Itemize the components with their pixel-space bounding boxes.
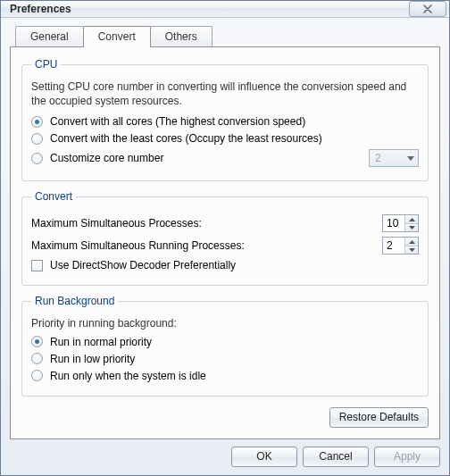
restore-defaults-button[interactable]: Restore Defaults [329, 407, 429, 428]
cpu-option-least[interactable]: Convert with the least cores (Occupy the… [31, 132, 419, 145]
cpu-option-all[interactable]: Convert with all cores (The highest conv… [31, 115, 419, 128]
group-cpu-legend: CPU [31, 58, 61, 71]
tabs: General Convert Others [10, 25, 440, 46]
cpu-option-custom[interactable]: Customize core number [31, 152, 369, 164]
preferences-window: Preferences General Convert Others CPU S… [0, 0, 450, 476]
cpu-option-least-label: Convert with the least cores (Occupy the… [50, 132, 322, 145]
dialog-buttons: OK Cancel Apply [10, 439, 440, 467]
ok-button[interactable]: OK [231, 447, 297, 467]
cancel-button[interactable]: Cancel [303, 447, 369, 467]
group-convert: Convert Maximum Simultaneous Processes: … [21, 190, 429, 286]
tab-others[interactable]: Others [150, 26, 212, 46]
tab-convert[interactable]: Convert [83, 26, 151, 47]
max-run-value: 2 [383, 238, 404, 254]
tab-general[interactable]: General [15, 26, 84, 46]
cpu-core-combo[interactable]: 2 [369, 149, 419, 167]
max-proc-value: 10 [383, 215, 404, 231]
close-icon [422, 4, 433, 13]
spin-up-button[interactable] [405, 238, 418, 246]
apply-button[interactable]: Apply [374, 447, 440, 467]
close-button[interactable] [409, 1, 446, 17]
group-convert-legend: Convert [31, 190, 76, 203]
spinner [404, 238, 418, 254]
radio-icon [31, 153, 43, 164]
max-run-input[interactable]: 2 [382, 237, 419, 255]
spin-down-button[interactable] [405, 223, 418, 232]
tab-panel-convert: CPU Setting CPU core number in convertin… [10, 46, 440, 439]
group-runbg-legend: Run Background [31, 295, 118, 307]
cpu-option-custom-label: Customize core number [50, 152, 163, 164]
group-cpu: CPU Setting CPU core number in convertin… [21, 58, 429, 181]
directshow-checkbox[interactable]: Use DirectShow Decoder Preferentially [31, 259, 419, 271]
directshow-label: Use DirectShow Decoder Preferentially [50, 259, 236, 271]
client-area: General Convert Others CPU Setting CPU c… [1, 18, 449, 476]
max-proc-label: Maximum Simultaneous Processes: [31, 217, 382, 230]
radio-icon [31, 133, 43, 145]
runbg-option-idle-label: Run only when the system is idle [50, 370, 206, 382]
radio-icon [31, 336, 43, 347]
cpu-description: Setting CPU core number in converting wi… [31, 79, 419, 108]
max-proc-input[interactable]: 10 [382, 214, 419, 232]
checkbox-icon [31, 260, 43, 271]
spin-down-button[interactable] [405, 246, 418, 255]
runbg-heading: Priority in running background: [31, 316, 419, 330]
runbg-option-low-label: Run in low priority [50, 353, 135, 365]
chevron-down-icon [404, 150, 418, 166]
spinner [404, 215, 418, 231]
cpu-option-all-label: Convert with all cores (The highest conv… [50, 115, 305, 128]
window-title: Preferences [10, 3, 409, 15]
radio-icon [31, 353, 43, 364]
runbg-option-low[interactable]: Run in low priority [31, 353, 419, 365]
runbg-option-idle[interactable]: Run only when the system is idle [31, 370, 419, 382]
runbg-option-normal[interactable]: Run in normal priority [31, 336, 419, 348]
radio-icon [31, 370, 43, 381]
group-run-background: Run Background Priority in running backg… [21, 295, 429, 396]
max-run-label: Maximum Simultaneous Running Processes: [31, 239, 382, 252]
spin-up-button[interactable] [405, 215, 418, 223]
cpu-core-value: 2 [370, 152, 404, 164]
radio-icon [31, 116, 43, 128]
runbg-option-normal-label: Run in normal priority [50, 336, 152, 348]
titlebar: Preferences [1, 1, 449, 18]
